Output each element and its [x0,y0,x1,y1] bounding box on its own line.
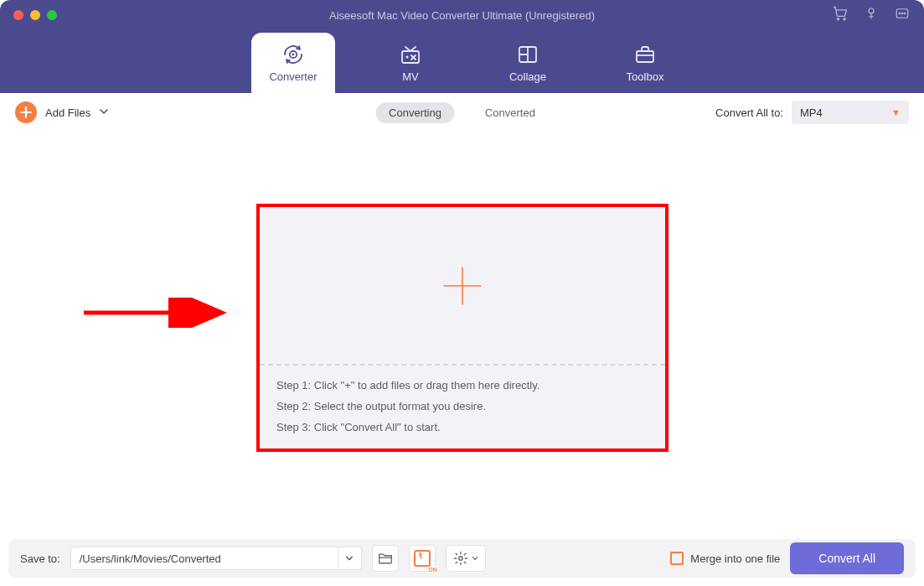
save-to-label: Save to: [20,552,60,565]
window-controls [13,10,57,20]
format-value: MP4 [800,106,823,119]
toolbar: Add Files Converting Converted Convert A… [0,93,924,132]
menu-icon[interactable] [894,6,911,24]
convert-all-to-label: Convert All to: [715,106,783,119]
svg-rect-8 [402,51,419,63]
svg-point-13 [458,557,462,561]
window-title: Aiseesoft Mac Video Converter Ultimate (… [0,9,924,22]
tab-label: MV [402,70,419,83]
cart-icon[interactable] [832,5,849,25]
add-files-button[interactable]: Add Files [15,101,109,123]
svg-rect-11 [637,51,653,62]
footer: Save to: /Users/link/Movies/Converted ON [8,539,916,578]
dropzone[interactable]: Step 1: Click "+" to add files or drag t… [256,204,668,452]
svg-point-4 [899,13,901,14]
chevron-down-icon[interactable] [99,105,109,120]
svg-point-1 [844,18,845,20]
merge-label: Merge into one file [690,552,780,565]
output-format-select[interactable]: MP4 ▼ [792,101,909,124]
chevron-down-icon [472,555,478,562]
plus-icon [15,101,37,123]
save-path-dropdown[interactable] [338,547,362,570]
svg-point-2 [869,8,874,13]
caret-down-icon: ▼ [891,107,901,117]
convert-all-button[interactable]: Convert All [790,542,904,574]
chip-icon [414,550,431,567]
open-folder-button[interactable] [372,545,399,572]
tab-label: Converter [269,70,317,83]
status-toggle: Converting Converted [375,102,549,123]
tab-toolbox[interactable]: Toolbox [603,33,687,93]
step-2: Step 2: Select the output format you des… [276,400,648,412]
save-path-value: /Users/link/Movies/Converted [80,552,221,565]
gpu-accel-button[interactable]: ON [409,545,436,572]
tab-label: Toolbox [627,70,664,83]
svg-point-0 [837,18,839,20]
svg-point-5 [901,13,903,14]
main-navbar: Converter MV Collage Toolbox [0,30,924,93]
minimize-window-button[interactable] [30,10,40,20]
key-icon[interactable] [864,6,879,24]
gear-icon [453,551,468,566]
gpu-on-label: ON [428,567,437,573]
save-path-field[interactable]: /Users/link/Movies/Converted [70,547,338,570]
tab-label: Collage [509,70,546,83]
step-3: Step 3: Click "Convert All" to start. [276,421,648,433]
step-1: Step 1: Click "+" to add files or drag t… [276,379,648,392]
tab-converter[interactable]: Converter [251,33,335,93]
tab-mv[interactable]: MV [369,33,452,93]
pill-converting[interactable]: Converting [375,102,455,123]
pill-converted[interactable]: Converted [472,102,549,123]
close-window-button[interactable] [13,10,23,20]
titlebar: Aiseesoft Mac Video Converter Ultimate (… [0,0,924,30]
instructions: Step 1: Click "+" to add files or drag t… [260,366,665,449]
zoom-window-button[interactable] [47,10,57,20]
convert-all-button-label: Convert All [818,552,875,565]
settings-button[interactable] [446,545,486,572]
add-files-label: Add Files [45,106,90,119]
svg-point-9 [406,55,409,58]
merge-checkbox-group[interactable]: Merge into one file [670,552,780,565]
add-files-plus[interactable] [260,207,665,364]
merge-checkbox[interactable] [670,552,684,565]
svg-point-6 [904,13,906,14]
tab-collage[interactable]: Collage [486,33,570,93]
